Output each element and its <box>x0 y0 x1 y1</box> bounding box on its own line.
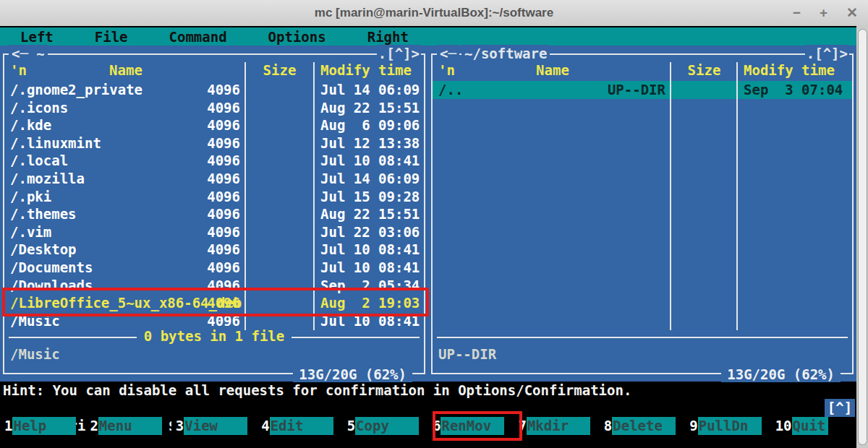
file-mtime: Jul 14 06:09 <box>320 170 420 188</box>
selection-summary: 0 bytes in 1 file <box>4 328 424 344</box>
column-header-size[interactable]: Size <box>246 62 313 78</box>
file-mtime: Jul 15 09:28 <box>320 188 420 206</box>
file-mtime: Jul 10 08:41 <box>320 152 420 170</box>
maximize-icon[interactable]: + <box>820 0 827 26</box>
hint-line: Hint: You can disable all requests for c… <box>3 382 631 399</box>
fkey-4-edit[interactable]: 4Edit <box>257 417 342 435</box>
menu-item-right[interactable]: Right <box>367 29 409 45</box>
file-size: 4096 <box>175 188 240 206</box>
column-header-name[interactable]: Name <box>437 62 668 78</box>
fkey-7-mkdir[interactable]: 7Mkdir <box>514 417 599 435</box>
right-panel-updir-button[interactable]: .[^]> <box>805 45 849 62</box>
fkey-number: 8 <box>600 417 612 435</box>
file-size: UP--DIR <box>600 81 665 99</box>
file-size: 4096 <box>175 81 240 99</box>
column-header-modify[interactable]: Modify time <box>744 62 835 78</box>
menu-item-command[interactable]: Command <box>169 29 227 45</box>
file-name[interactable]: /.themes <box>10 205 77 223</box>
menu-item-file[interactable]: File <box>95 29 128 45</box>
fkey-1-help[interactable]: 1Help <box>0 417 85 435</box>
terminal-screen: LeftFileCommandOptionsRight <─ ~ .[^]> '… <box>0 26 856 448</box>
left-mini-status: /Music <box>10 346 60 362</box>
fkey-9-pulldn[interactable]: 9PullDn <box>685 417 770 435</box>
file-name[interactable]: /.kde <box>10 116 51 134</box>
file-row[interactable]: /.icons4096Aug 22 15:51 <box>4 99 424 117</box>
fkey-label[interactable]: PullDn <box>698 417 762 435</box>
fkey-label[interactable]: Delete <box>612 417 676 435</box>
column-header-modify[interactable]: Modify time <box>320 62 412 78</box>
file-row[interactable]: /.mozilla4096Jul 14 06:09 <box>4 170 424 188</box>
file-mtime: Jul 14 06:09 <box>320 81 420 99</box>
right-mini-status: UP--DIR <box>438 346 496 362</box>
close-icon[interactable]: ✕ <box>846 0 858 26</box>
fkey-number: 10 <box>771 417 792 435</box>
file-name[interactable]: /.linuxmint <box>10 134 101 152</box>
file-name[interactable]: /.icons <box>10 99 68 117</box>
fkey-label[interactable]: Help <box>12 417 76 435</box>
file-name[interactable]: /.pki <box>10 188 51 206</box>
file-row[interactable]: /Desktop4096Jul 10 08:41 <box>4 241 424 259</box>
mc-window: mc [marin@marin-VirtualBox]:~/software −… <box>0 0 868 448</box>
left-panel[interactable]: <─ ~ .[^]> 'n Name Size Modify time /.gn… <box>3 53 425 374</box>
fkey-label[interactable]: Mkdir <box>527 417 590 435</box>
file-name[interactable]: /.local <box>10 152 68 170</box>
file-size: 4096 <box>175 259 240 277</box>
file-size: 4096 <box>175 205 240 223</box>
right-panel-arrow[interactable]: <─ <box>437 45 459 62</box>
scrollbar-thumb[interactable] <box>858 29 867 445</box>
fkey-label[interactable]: Copy <box>355 417 419 435</box>
fkey-number: 5 <box>343 417 355 435</box>
file-name[interactable]: /.. <box>438 81 463 99</box>
menu-item-options[interactable]: Options <box>268 29 326 45</box>
file-row[interactable]: /Documents4096Jul 10 08:41 <box>4 259 424 277</box>
column-separator <box>736 62 738 330</box>
file-size: 4096 <box>175 241 240 259</box>
mc-menubar: LeftFileCommandOptionsRight <box>0 27 856 46</box>
file-name[interactable]: /Documents <box>10 259 93 277</box>
terminal-scrollbar[interactable] <box>856 26 868 448</box>
fkey-number: 4 <box>257 417 269 435</box>
minimize-icon[interactable]: − <box>793 0 801 26</box>
file-mtime: Jul 12 13:38 <box>320 134 420 152</box>
fkey-5-copy[interactable]: 5Copy <box>343 417 428 435</box>
menu-item-left[interactable]: Left <box>20 29 54 45</box>
fkey-8-delete[interactable]: 8Delete <box>600 417 685 435</box>
window-titlebar[interactable]: mc [marin@marin-VirtualBox]:~/software −… <box>0 0 868 27</box>
fkey-number: 3 <box>171 417 184 435</box>
file-row[interactable]: /.local4096Jul 10 08:41 <box>4 152 424 170</box>
file-name[interactable]: /.vim <box>10 223 51 241</box>
file-size: 4096 <box>175 116 240 134</box>
right-panel-path[interactable]: ~/software <box>461 45 550 62</box>
left-panel-header[interactable]: 'n Name Size Modify time <box>4 62 424 80</box>
right-panel-header[interactable]: 'n Name Size Modify time <box>433 62 852 80</box>
file-row[interactable]: /..UP--DIRSep 3 07:04 <box>433 81 852 99</box>
column-header-name[interactable]: Name <box>9 62 243 78</box>
file-row[interactable]: /.vim4096Jul 22 03:06 <box>4 223 424 241</box>
history-up-button[interactable]: [^] <box>825 399 855 417</box>
fkey-label[interactable]: Edit <box>270 417 333 435</box>
shell-prompt[interactable]: marin@TecMint $ <box>3 400 190 417</box>
file-row[interactable]: /.kde4096Aug 6 09:06 <box>4 116 424 134</box>
annotation-rect-renmov-key <box>433 411 522 441</box>
file-row[interactable]: /.themes4096Aug 22 15:51 <box>4 205 424 223</box>
fkey-label[interactable]: Menu <box>98 417 162 435</box>
right-panel[interactable]: <─ ~/software .[^]> 'n Name Size Modify … <box>431 53 854 374</box>
file-size: 4096 <box>175 152 240 170</box>
left-panel-updir-button[interactable]: .[^]> <box>377 45 421 62</box>
file-row[interactable]: /.linuxmint4096Jul 12 13:38 <box>4 134 424 152</box>
fkey-label[interactable]: Quit <box>792 417 829 435</box>
fkey-10-quit[interactable]: 10Quit <box>771 417 856 435</box>
file-size: 4096 <box>175 134 240 152</box>
column-header-size[interactable]: Size <box>671 62 737 78</box>
file-name[interactable]: /.gnome2_private <box>10 81 142 99</box>
fkey-2-menu[interactable]: 2Menu <box>85 417 171 435</box>
file-name[interactable]: /.mozilla <box>10 170 85 188</box>
fkey-label[interactable]: View <box>184 417 247 435</box>
file-row[interactable]: /.pki4096Jul 15 09:28 <box>4 188 424 206</box>
file-name[interactable]: /Desktop <box>10 241 77 259</box>
left-disk-usage: 13G/20G (62%) <box>293 366 412 382</box>
file-row[interactable]: /.gnome2_private4096Jul 14 06:09 <box>4 81 424 99</box>
file-mtime: Aug 22 15:51 <box>320 99 420 117</box>
fkey-3-view[interactable]: 3View <box>171 417 257 435</box>
left-panel-path[interactable]: <─ ~ <box>9 45 48 62</box>
